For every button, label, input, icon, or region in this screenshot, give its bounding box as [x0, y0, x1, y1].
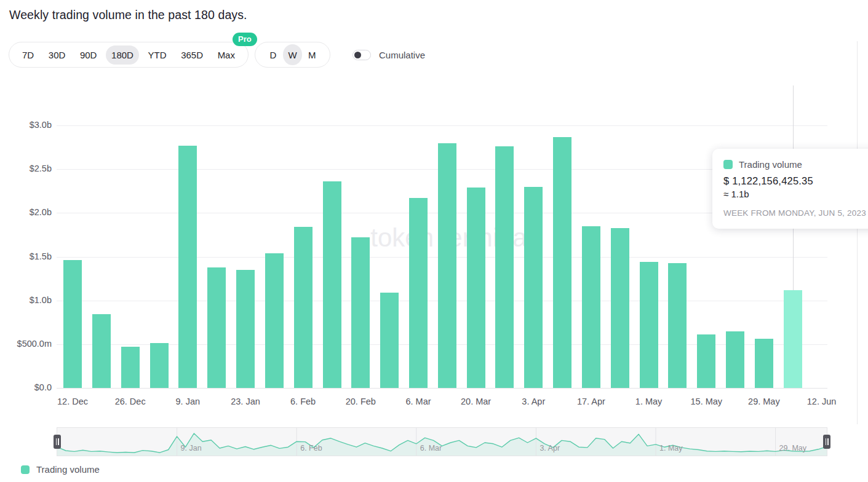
bar[interactable]	[351, 237, 370, 388]
y-axis-label: $500.0m	[2, 339, 52, 349]
tooltip-approx: ≈ 1.1b	[723, 189, 868, 199]
navigator-tick-label: 3. Apr	[540, 444, 560, 452]
gridline	[57, 125, 827, 126]
navigator[interactable]: 9. Jan6. Feb6. Mar3. Apr1. May29. May	[57, 427, 827, 456]
bar[interactable]	[726, 331, 744, 389]
x-axis-label: 1. May	[621, 397, 677, 406]
x-axis-label: 15. May	[679, 397, 734, 406]
y-axis-label: $3.0b	[2, 120, 52, 130]
bar[interactable]	[467, 188, 485, 388]
y-axis-label: $1.5b	[2, 251, 52, 261]
pro-badge: Pro	[233, 33, 257, 46]
bar[interactable]	[611, 228, 629, 389]
navigator-tick-label: 29. May	[779, 444, 806, 452]
bar[interactable]	[524, 187, 543, 388]
bar[interactable]	[755, 339, 773, 388]
bar[interactable]	[668, 263, 687, 389]
x-axis-label: 6. Feb	[276, 397, 331, 406]
legend-item-trading-volume[interactable]: Trading volume	[21, 464, 100, 475]
bar[interactable]	[294, 227, 313, 388]
legend-swatch	[21, 465, 30, 474]
bar[interactable]	[438, 143, 456, 389]
x-axis-label: 17. Apr	[563, 397, 619, 406]
x-axis-label: 23. Jan	[218, 397, 273, 406]
x-axis-label: 12. Jun	[794, 397, 850, 406]
x-axis-label: 12. Dec	[45, 397, 100, 406]
bar[interactable]	[63, 260, 82, 388]
tooltip-caption: WEEK FROM MONDAY, JUN 5, 2023	[723, 208, 868, 218]
y-axis-label: $2.0b	[2, 207, 52, 217]
navigator-sparkline	[57, 428, 827, 456]
bar[interactable]	[409, 198, 428, 388]
tooltip: Trading volume $ 1,122,156,425.35 ≈ 1.1b…	[712, 149, 868, 229]
navigator-handle-left[interactable]	[54, 435, 61, 449]
tooltip-series-swatch	[723, 160, 733, 169]
bar-highlighted[interactable]	[784, 290, 802, 388]
bar[interactable]	[640, 262, 658, 388]
bar[interactable]	[178, 146, 197, 388]
gridline	[57, 388, 827, 389]
x-axis-label: 9. Jan	[160, 397, 215, 406]
tooltip-series-label: Trading volume	[739, 159, 802, 170]
chart-widget: Weekly trading volume in the past 180 da…	[0, 0, 868, 482]
y-axis-label: $0.0	[2, 382, 52, 392]
bar[interactable]	[121, 347, 140, 388]
bar[interactable]	[582, 226, 600, 388]
navigator-tick-label: 6. Feb	[300, 444, 322, 452]
bar[interactable]	[697, 334, 715, 388]
navigator-tick-label: 9. Jan	[181, 444, 202, 452]
bar[interactable]	[553, 137, 571, 389]
bar[interactable]	[495, 146, 514, 388]
bar[interactable]	[207, 267, 226, 388]
tooltip-value: $ 1,122,156,425.35	[723, 175, 868, 187]
main-chart: token terminal. $3.0b$2.5b$2.0b$1.5b$1.0…	[0, 0, 868, 482]
bar[interactable]	[92, 314, 111, 388]
bar[interactable]	[323, 181, 341, 388]
bar[interactable]	[380, 293, 399, 388]
navigator-tick-label: 6. Mar	[420, 444, 442, 452]
x-axis-label: 29. May	[736, 397, 792, 406]
bar[interactable]	[265, 253, 284, 388]
y-axis-label: $1.0b	[2, 295, 52, 305]
navigator-tick-label: 1. May	[659, 444, 683, 452]
x-axis-label: 26. Dec	[103, 397, 158, 406]
x-axis-label: 20. Feb	[333, 397, 388, 406]
y-axis-label: $2.5b	[2, 164, 52, 173]
bar[interactable]	[236, 270, 255, 388]
x-axis-label: 3. Apr	[506, 397, 561, 406]
chart-right-plot-line	[857, 41, 858, 424]
navigator-handle-right[interactable]	[823, 435, 830, 449]
bar[interactable]	[150, 343, 169, 388]
legend-label: Trading volume	[36, 464, 100, 475]
x-axis-label: 6. Mar	[391, 397, 446, 406]
x-axis-label: 20. Mar	[448, 397, 504, 406]
